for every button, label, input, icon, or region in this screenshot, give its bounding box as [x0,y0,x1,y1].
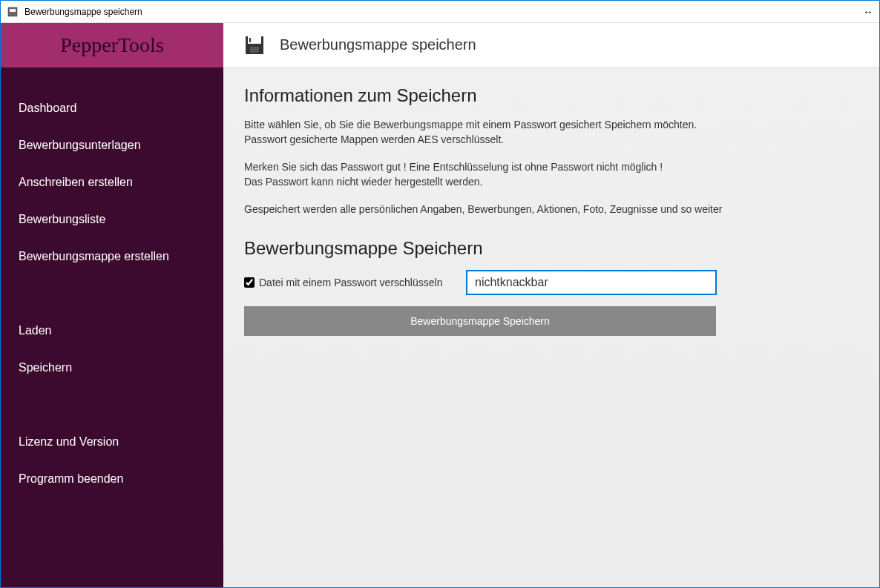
titlebar[interactable]: Bewerbungsmappe speichern ↔ [1,1,879,23]
info-text: Bitte wählen Sie, ob Sie die Bewerbungsm… [244,118,858,133]
sidebar: PepperTools Dashboard Bewerbungsunterlag… [1,23,223,587]
password-input[interactable] [467,271,716,294]
sidebar-item-speichern[interactable]: Speichern [1,349,223,386]
main-content: Informationen zum Speichern Bitte wählen… [223,67,879,587]
info-text: Das Passwort kann nicht wieder hergestel… [244,175,858,190]
sidebar-item-label: Speichern [19,361,72,374]
info-text: Merken Sie sich das Passwort gut ! Eine … [244,160,858,175]
sidebar-item-anschreiben-erstellen[interactable]: Anschreiben erstellen [1,164,223,201]
info-heading: Informationen zum Speichern [244,85,858,106]
sidebar-item-label: Dashboard [19,102,76,114]
encrypt-checkbox-label: Datei mit einem Passwort verschlüsseln [259,277,442,288]
encrypt-row: Datei mit einem Passwort verschlüsseln [244,271,858,294]
sidebar-item-label: Programm beenden [19,472,123,485]
app-icon [7,6,19,18]
page-title: Bewerbungsmappe speichern [280,36,476,53]
sidebar-item-laden[interactable]: Laden [1,312,223,349]
save-button[interactable]: Bewerbungsmappe Speichern [244,306,716,336]
info-text: Passwort gesicherte Mappen werden AES ve… [244,133,858,148]
sidebar-item-programm-beenden[interactable]: Programm beenden [1,460,223,498]
info-paragraph-2: Merken Sie sich das Passwort gut ! Eine … [244,160,858,189]
sidebar-item-lizenz-version[interactable]: Lizenz und Version [1,423,223,460]
window-title: Bewerbungsmappe speichern [24,7,863,17]
sidebar-nav: Dashboard Bewerbungsunterlagen Anschreib… [1,67,223,498]
resize-arrows-icon[interactable]: ↔ [863,6,873,18]
app-body: PepperTools Dashboard Bewerbungsunterlag… [1,23,879,587]
info-paragraph-3: Gespeichert werden alle persönlichen Ang… [244,202,858,217]
sidebar-item-label: Lizenz und Version [19,435,119,448]
sidebar-item-dashboard[interactable]: Dashboard [1,90,223,127]
svg-rect-4 [249,38,251,42]
info-paragraph-1: Bitte wählen Sie, ob Sie die Bewerbungsm… [244,118,858,147]
sidebar-item-label: Bewerbungsmappe erstellen [19,250,169,262]
sidebar-item-label: Laden [19,324,52,337]
sidebar-item-label: Anschreiben erstellen [19,176,133,188]
svg-rect-1 [10,9,16,12]
encrypt-checkbox-wrap: Datei mit einem Passwort verschlüsseln [244,277,467,288]
app-window: Bewerbungsmappe speichern ↔ PepperTools … [0,0,880,588]
svg-rect-5 [250,47,259,53]
info-text: Gespeichert werden alle persönlichen Ang… [244,202,858,217]
sidebar-item-bewerbungsmappe-erstellen[interactable]: Bewerbungsmappe erstellen [1,238,223,275]
main-header: Bewerbungsmappe speichern [223,23,879,67]
save-icon [244,35,265,56]
sidebar-item-label: Bewerbungsliste [19,213,105,225]
sidebar-divider [1,275,223,312]
sidebar-item-bewerbungsliste[interactable]: Bewerbungsliste [1,201,223,238]
main-area: Bewerbungsmappe speichern Informationen … [223,23,879,587]
encrypt-checkbox[interactable] [244,277,255,288]
sidebar-divider [1,386,223,423]
save-heading: Bewerbungsmappe Speichern [244,238,858,259]
sidebar-item-bewerbungsunterlagen[interactable]: Bewerbungsunterlagen [1,127,223,164]
app-logo: PepperTools [1,23,223,67]
sidebar-item-label: Bewerbungsunterlagen [19,139,141,151]
